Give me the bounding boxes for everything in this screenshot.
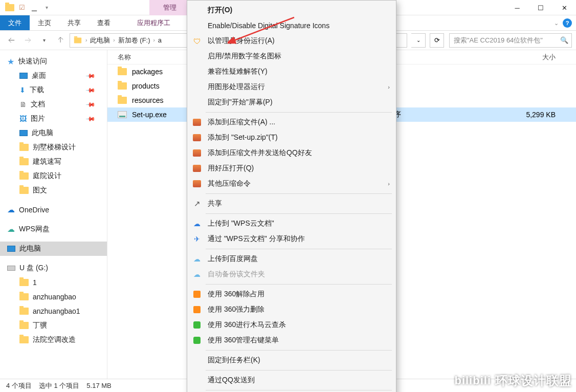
sidebar-this-pc-q[interactable]: 此电脑 xyxy=(0,126,107,140)
sidebar-folder-4[interactable]: 图文 xyxy=(0,183,107,198)
sidebar-onedrive[interactable]: ☁OneDrive xyxy=(0,203,107,217)
menu-enable-signature-icon[interactable]: 启用/禁用数字签名图标 xyxy=(187,49,396,64)
menu-label: 添加到压缩文件(A) ... xyxy=(208,118,275,127)
recent-dropdown-icon[interactable]: ▾ xyxy=(37,33,51,48)
menu-label: 通过 "WPS云文档" 分享和协作 xyxy=(208,234,305,244)
tab-home[interactable]: 主页 xyxy=(30,15,59,30)
sidebar-udisk-2[interactable]: anzhuangbao xyxy=(0,290,107,304)
menu-label: 共享 xyxy=(208,199,222,208)
pin-icon: 📌 xyxy=(85,114,96,124)
sidebar-folder-3[interactable]: 庭院设计 xyxy=(0,169,107,183)
exe-icon xyxy=(118,111,127,118)
menu-separator xyxy=(206,350,392,351)
cloud-icon: ☁ xyxy=(192,219,202,228)
folder-icon xyxy=(19,293,29,300)
folder-icon xyxy=(19,158,29,165)
sidebar-item-label: 此电脑 xyxy=(19,244,41,253)
tab-view[interactable]: 查看 xyxy=(89,15,119,30)
menu-other-compress[interactable]: 其他压缩命令› xyxy=(187,176,396,191)
menu-360-delete[interactable]: 使用 360强力删除 xyxy=(187,302,396,317)
menu-pin-start[interactable]: 固定到"开始"屏幕(P) xyxy=(187,95,396,110)
sidebar-item-label: 图文 xyxy=(33,186,47,195)
breadcrumb-volume[interactable]: 新加卷 (F:) xyxy=(118,36,150,45)
maximize-button[interactable]: ☐ xyxy=(529,0,552,15)
ribbon-expand-icon[interactable]: ⌄ xyxy=(554,20,559,27)
sidebar-udisk[interactable]: U 盘 (G:) xyxy=(0,261,107,275)
sidebar-folder-2[interactable]: 建筑速写 xyxy=(0,155,107,169)
document-icon: 🗎 xyxy=(19,100,27,108)
sidebar-pictures[interactable]: 🖼图片📌 xyxy=(0,112,107,126)
sidebar-item-label: 别墅楼梯设计 xyxy=(33,143,76,152)
forward-button[interactable]: 🡢 xyxy=(20,33,35,48)
menu-separator xyxy=(206,193,392,194)
desktop-icon xyxy=(19,73,28,79)
status-item-count: 4 个项目 xyxy=(6,381,32,390)
sidebar-udisk-4[interactable]: 丁骥 xyxy=(0,318,107,333)
menu-360-scan[interactable]: 使用 360进行木马云查杀 xyxy=(187,317,396,333)
menu-wps-upload[interactable]: ☁上传到 "WPS云文档" xyxy=(187,216,396,231)
folder-icon xyxy=(19,172,29,180)
menu-run-as-admin[interactable]: 🛡以管理员身份运行(A) xyxy=(187,33,396,49)
minimize-button[interactable]: ─ xyxy=(505,0,529,15)
up-button[interactable]: 🡡 xyxy=(53,33,68,48)
menu-compatibility[interactable]: 兼容性疑难解答(Y) xyxy=(187,64,396,79)
chevron-icon[interactable]: › xyxy=(153,37,155,43)
menu-add-archive[interactable]: 添加到压缩文件(A) ... xyxy=(187,115,396,130)
menu-360-unlock[interactable]: 使用 360解除占用 xyxy=(187,287,396,302)
menu-add-zip[interactable]: 添加到 "Set-up.zip"(T) xyxy=(187,130,396,145)
search-placeholder: 搜索"AE CC2019 64位软件包" xyxy=(454,36,543,45)
sidebar-item-label: 下载 xyxy=(30,85,44,95)
breadcrumb-this-pc[interactable]: 此电脑 xyxy=(90,36,110,45)
menu-open-haozip[interactable]: 用好压打开(Q) xyxy=(187,161,396,176)
menu-pin-taskbar[interactable]: 固定到任务栏(K) xyxy=(187,353,396,368)
search-input[interactable]: 搜索"AE CC2019 64位软件包" 🔍 xyxy=(449,33,572,48)
column-size[interactable]: 大小 xyxy=(542,53,556,62)
folder-icon xyxy=(118,82,127,90)
menu-wps-share[interactable]: ✈通过 "WPS云文档" 分享和协作 xyxy=(187,231,396,247)
menu-label: 使用 360强力删除 xyxy=(208,305,264,314)
menu-share[interactable]: ↗共享 xyxy=(187,196,396,211)
sidebar-wps[interactable]: ☁WPS网盘 xyxy=(0,222,107,236)
search-icon[interactable]: 🔍 xyxy=(560,36,568,44)
menu-baidu-upload[interactable]: ☁上传到百度网盘 xyxy=(187,251,396,267)
tab-app-tools[interactable]: 应用程序工 xyxy=(129,15,179,30)
sidebar-this-pc[interactable]: 此电脑 xyxy=(0,242,107,256)
sidebar-udisk-1[interactable]: 1 xyxy=(0,275,107,290)
bilibili-logo: bilibili xyxy=(454,374,491,387)
folder-icon xyxy=(19,187,29,194)
sidebar-udisk-5[interactable]: 法院空调改造 xyxy=(0,333,107,347)
folder-icon xyxy=(118,97,127,104)
refresh-button[interactable]: ⟳ xyxy=(430,33,444,48)
breadcrumb-partial[interactable]: a xyxy=(158,36,162,44)
back-button[interactable]: 🡠 xyxy=(4,33,18,48)
navigation-pane: ★快速访问 桌面📌 ⬇下载📌 🗎文档📌 🖼图片📌 此电脑 别墅楼梯设计 建筑速写… xyxy=(0,50,107,379)
properties-icon[interactable]: ☑ xyxy=(17,3,27,12)
share-icon: ✈ xyxy=(192,234,202,244)
sidebar-documents[interactable]: 🗎文档📌 xyxy=(0,97,107,112)
file-name: products xyxy=(132,82,160,90)
sidebar-folder-1[interactable]: 别墅楼梯设计 xyxy=(0,140,107,155)
tab-file[interactable]: 文件 xyxy=(0,15,30,30)
menu-open[interactable]: 打开(O) xyxy=(187,3,396,18)
sidebar-udisk-3[interactable]: anzhuangbao1 xyxy=(0,304,107,318)
file-name: Set-up.exe xyxy=(132,111,167,119)
menu-send-qq[interactable]: 通过QQ发送到 xyxy=(187,373,396,388)
sidebar-desktop[interactable]: 桌面📌 xyxy=(0,69,107,83)
sidebar-downloads[interactable]: ⬇下载📌 xyxy=(0,83,107,97)
menu-run-gpu[interactable]: 用图形处理器运行› xyxy=(187,79,396,95)
chevron-icon[interactable]: › xyxy=(113,37,115,43)
menu-label: 上传到 "WPS云文档" xyxy=(208,219,274,228)
menu-360-menu[interactable]: 使用 360管理右键菜单 xyxy=(187,333,396,348)
menu-enable-signature[interactable]: Enable/Disable Digital Signature Icons xyxy=(187,18,396,33)
tab-share[interactable]: 共享 xyxy=(59,15,89,30)
help-icon[interactable]: ? xyxy=(563,18,572,28)
menu-add-qq[interactable]: 添加到压缩文件并发送给QQ好友 xyxy=(187,145,396,161)
360-icon xyxy=(192,320,202,330)
close-button[interactable]: ✕ xyxy=(552,0,576,15)
sidebar-item-label: 庭院设计 xyxy=(33,171,61,181)
address-dropdown-button[interactable]: ⌄ xyxy=(411,33,426,48)
quick-access-toolbar: ☑ ▁ ▾ xyxy=(0,3,51,12)
qat-dropdown-icon[interactable]: ▾ xyxy=(42,3,51,12)
sidebar-quick-access[interactable]: ★快速访问 xyxy=(0,54,107,69)
chevron-icon[interactable]: › xyxy=(85,37,87,43)
